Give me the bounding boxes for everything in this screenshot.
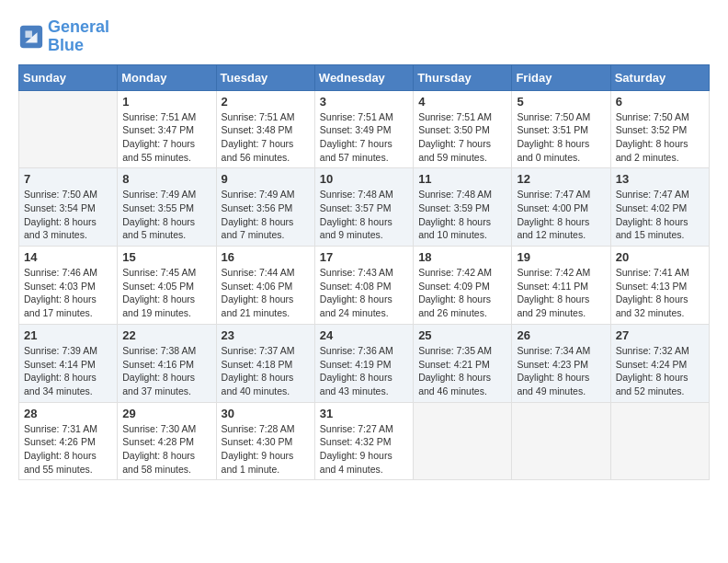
sunset: Sunset: 4:23 PM — [517, 358, 605, 372]
daylight: Daylight: 8 hours and 21 minutes. — [222, 293, 310, 319]
day-number: 21 — [24, 328, 112, 342]
day-number: 29 — [122, 407, 210, 420]
day-number: 24 — [320, 328, 408, 342]
day-number: 20 — [616, 250, 704, 264]
day-number: 2 — [222, 95, 310, 109]
calendar-cell: 18 Sunrise: 7:42 AM Sunset: 4:09 PM Dayl… — [414, 247, 512, 325]
day-info: Sunrise: 7:47 AM Sunset: 4:02 PM Dayligh… — [616, 188, 704, 242]
sunrise: Sunrise: 7:51 AM — [122, 110, 210, 124]
page-header: General Blue — [18, 18, 710, 55]
day-info: Sunrise: 7:48 AM Sunset: 3:59 PM Dayligh… — [418, 188, 506, 242]
day-info: Sunrise: 7:43 AM Sunset: 4:08 PM Dayligh… — [320, 266, 408, 320]
calendar-cell: 17 Sunrise: 7:43 AM Sunset: 4:08 PM Dayl… — [314, 247, 413, 325]
daylight: Daylight: 8 hours and 34 minutes. — [24, 371, 112, 397]
day-info: Sunrise: 7:28 AM Sunset: 4:30 PM Dayligh… — [222, 422, 310, 477]
day-info: Sunrise: 7:42 AM Sunset: 4:11 PM Dayligh… — [517, 266, 605, 320]
sunset: Sunset: 4:18 PM — [222, 358, 310, 372]
header-day-sunday: Sunday — [19, 64, 118, 90]
day-info: Sunrise: 7:44 AM Sunset: 4:06 PM Dayligh… — [222, 266, 310, 320]
calendar-cell: 6 Sunrise: 7:50 AM Sunset: 3:52 PM Dayli… — [610, 90, 709, 168]
day-info: Sunrise: 7:42 AM Sunset: 4:09 PM Dayligh… — [418, 266, 506, 320]
sunrise: Sunrise: 7:49 AM — [122, 188, 210, 201]
header-day-wednesday: Wednesday — [314, 64, 413, 90]
sunrise: Sunrise: 7:28 AM — [222, 422, 310, 436]
calendar-cell: 16 Sunrise: 7:44 AM Sunset: 4:06 PM Dayl… — [216, 247, 314, 325]
calendar-cell — [610, 402, 709, 480]
day-number: 1 — [122, 95, 210, 109]
sunset: Sunset: 4:16 PM — [122, 358, 210, 372]
sunrise: Sunrise: 7:41 AM — [616, 266, 704, 280]
day-info: Sunrise: 7:51 AM Sunset: 3:47 PM Dayligh… — [122, 110, 210, 165]
sunrise: Sunrise: 7:51 AM — [418, 110, 506, 124]
day-number: 30 — [222, 407, 310, 420]
sunset: Sunset: 4:08 PM — [320, 280, 408, 293]
day-info: Sunrise: 7:51 AM Sunset: 3:50 PM Dayligh… — [418, 110, 506, 165]
calendar-cell: 29 Sunrise: 7:30 AM Sunset: 4:28 PM Dayl… — [118, 402, 216, 480]
calendar-cell: 1 Sunrise: 7:51 AM Sunset: 3:47 PM Dayli… — [118, 90, 216, 168]
sunset: Sunset: 3:51 PM — [517, 123, 605, 137]
calendar-cell: 15 Sunrise: 7:45 AM Sunset: 4:05 PM Dayl… — [118, 247, 216, 325]
sunset: Sunset: 4:30 PM — [222, 435, 310, 449]
calendar-cell: 19 Sunrise: 7:42 AM Sunset: 4:11 PM Dayl… — [512, 247, 610, 325]
calendar-cell — [19, 90, 118, 168]
header-day-thursday: Thursday — [414, 64, 512, 90]
day-info: Sunrise: 7:35 AM Sunset: 4:21 PM Dayligh… — [418, 344, 506, 398]
daylight: Daylight: 8 hours and 12 minutes. — [517, 215, 605, 242]
sunrise: Sunrise: 7:46 AM — [24, 266, 112, 280]
day-number: 22 — [122, 328, 210, 342]
daylight: Daylight: 8 hours and 9 minutes. — [320, 215, 408, 242]
sunrise: Sunrise: 7:31 AM — [24, 422, 112, 436]
daylight: Daylight: 7 hours and 57 minutes. — [320, 137, 408, 164]
sunrise: Sunrise: 7:35 AM — [418, 344, 506, 358]
calendar-cell: 23 Sunrise: 7:37 AM Sunset: 4:18 PM Dayl… — [216, 324, 314, 402]
day-info: Sunrise: 7:37 AM Sunset: 4:18 PM Dayligh… — [222, 344, 310, 398]
calendar-cell: 4 Sunrise: 7:51 AM Sunset: 3:50 PM Dayli… — [414, 90, 512, 168]
header-day-saturday: Saturday — [610, 64, 709, 90]
calendar-cell — [414, 402, 512, 480]
daylight: Daylight: 8 hours and 32 minutes. — [616, 293, 704, 319]
sunset: Sunset: 4:32 PM — [320, 435, 408, 449]
sunset: Sunset: 3:47 PM — [122, 123, 210, 137]
day-info: Sunrise: 7:49 AM Sunset: 3:55 PM Dayligh… — [122, 188, 210, 242]
day-number: 15 — [122, 250, 210, 264]
day-number: 28 — [24, 407, 112, 420]
calendar-cell: 8 Sunrise: 7:49 AM Sunset: 3:55 PM Dayli… — [118, 168, 216, 247]
header-day-tuesday: Tuesday — [216, 64, 314, 90]
day-number: 7 — [24, 172, 112, 186]
sunrise: Sunrise: 7:38 AM — [122, 344, 210, 358]
daylight: Daylight: 8 hours and 52 minutes. — [616, 371, 704, 397]
sunrise: Sunrise: 7:51 AM — [320, 110, 408, 124]
sunset: Sunset: 4:28 PM — [122, 435, 210, 449]
day-info: Sunrise: 7:32 AM Sunset: 4:24 PM Dayligh… — [616, 344, 704, 398]
daylight: Daylight: 8 hours and 5 minutes. — [122, 215, 210, 242]
day-number: 6 — [616, 95, 704, 109]
day-info: Sunrise: 7:51 AM Sunset: 3:48 PM Dayligh… — [222, 110, 310, 165]
daylight: Daylight: 8 hours and 26 minutes. — [418, 293, 506, 319]
calendar-cell: 12 Sunrise: 7:47 AM Sunset: 4:00 PM Dayl… — [512, 168, 610, 247]
sunset: Sunset: 3:57 PM — [320, 201, 408, 215]
daylight: Daylight: 8 hours and 2 minutes. — [616, 137, 704, 164]
calendar-cell: 22 Sunrise: 7:38 AM Sunset: 4:16 PM Dayl… — [118, 324, 216, 402]
calendar-week-5: 28 Sunrise: 7:31 AM Sunset: 4:26 PM Dayl… — [19, 402, 710, 480]
calendar-cell: 11 Sunrise: 7:48 AM Sunset: 3:59 PM Dayl… — [414, 168, 512, 247]
calendar-cell: 7 Sunrise: 7:50 AM Sunset: 3:54 PM Dayli… — [19, 168, 118, 247]
day-info: Sunrise: 7:39 AM Sunset: 4:14 PM Dayligh… — [24, 344, 112, 398]
daylight: Daylight: 7 hours and 59 minutes. — [418, 137, 506, 164]
day-number: 5 — [517, 95, 605, 109]
sunrise: Sunrise: 7:50 AM — [616, 110, 704, 124]
calendar-week-2: 7 Sunrise: 7:50 AM Sunset: 3:54 PM Dayli… — [19, 168, 710, 247]
calendar-cell: 31 Sunrise: 7:27 AM Sunset: 4:32 PM Dayl… — [314, 402, 413, 480]
daylight: Daylight: 8 hours and 24 minutes. — [320, 293, 408, 319]
calendar-cell: 13 Sunrise: 7:47 AM Sunset: 4:02 PM Dayl… — [610, 168, 709, 247]
calendar-body: 1 Sunrise: 7:51 AM Sunset: 3:47 PM Dayli… — [19, 90, 710, 480]
sunrise: Sunrise: 7:48 AM — [320, 188, 408, 201]
calendar-cell: 9 Sunrise: 7:49 AM Sunset: 3:56 PM Dayli… — [216, 168, 314, 247]
daylight: Daylight: 8 hours and 10 minutes. — [418, 215, 506, 242]
sunset: Sunset: 3:52 PM — [616, 123, 704, 137]
sunset: Sunset: 3:49 PM — [320, 123, 408, 137]
sunset: Sunset: 4:19 PM — [320, 358, 408, 372]
calendar-table: SundayMondayTuesdayWednesdayThursdayFrid… — [18, 64, 710, 481]
sunset: Sunset: 4:26 PM — [24, 435, 112, 449]
day-info: Sunrise: 7:51 AM Sunset: 3:49 PM Dayligh… — [320, 110, 408, 165]
logo: General Blue — [18, 18, 109, 55]
